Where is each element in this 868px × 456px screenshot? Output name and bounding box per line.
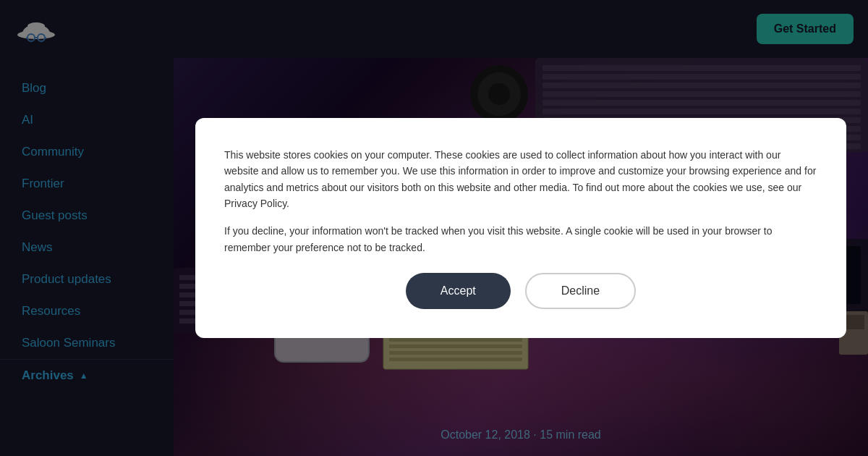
- cookie-text-1: This website stores cookies on your comp…: [224, 147, 817, 212]
- accept-button[interactable]: Accept: [406, 273, 511, 309]
- modal-buttons: Accept Decline: [224, 273, 817, 309]
- cookie-text-2: If you decline, your information won't b…: [224, 223, 817, 256]
- cookie-modal-overlay: This website stores cookies on your comp…: [0, 0, 868, 456]
- cookie-modal: This website stores cookies on your comp…: [195, 118, 846, 338]
- decline-button[interactable]: Decline: [525, 273, 636, 309]
